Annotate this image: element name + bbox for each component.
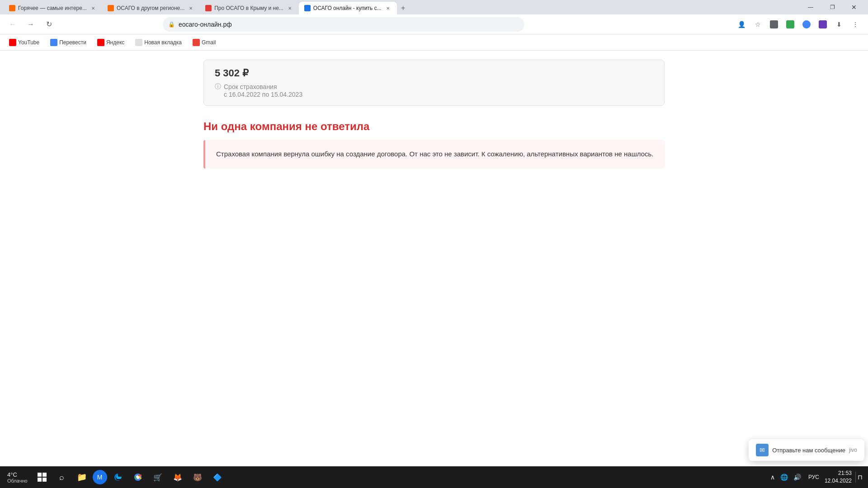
svg-rect-3: [42, 478, 47, 482]
error-box: Страховая компания вернула ошибку на соз…: [203, 140, 665, 169]
forward-button[interactable]: →: [24, 17, 38, 32]
windows-start-button[interactable]: [33, 468, 51, 486]
volume-icon[interactable]: 🔊: [792, 472, 803, 483]
tab-4-favicon: [304, 5, 311, 11]
bookmarks-bar: YouTube Перевести Яндекс Новая вкладка G…: [0, 34, 868, 51]
title-bar: Горячее — самые интере... ✕ ОСАГО в друг…: [0, 0, 868, 14]
bookmark-yandex[interactable]: Яндекс: [94, 37, 128, 48]
taskbar-icon-1[interactable]: 🛒: [149, 468, 167, 486]
tab-3-close[interactable]: ✕: [286, 5, 293, 12]
tab-3[interactable]: Про ОСАГО в Крыму и не... ✕: [200, 2, 299, 14]
no-company-section: Ни одна компания не ответила Страховая к…: [203, 120, 665, 169]
bookmark-star-icon[interactable]: ☆: [750, 17, 765, 32]
extension-icon-2[interactable]: [783, 17, 797, 32]
period-dates: с 16.04.2022 по 15.04.2023: [224, 91, 653, 98]
extension-icon-3[interactable]: [799, 17, 814, 32]
window-controls: — ❐ ✕: [800, 0, 864, 14]
address-text: eocaro-онлайн.рф: [179, 21, 519, 28]
weather-temp: 4°C: [7, 471, 17, 478]
taskbar-icon-3[interactable]: 🐻: [189, 468, 207, 486]
bookmark-youtube-label: YouTube: [18, 39, 39, 46]
tab-3-title: Про ОСАГО в Крыму и не...: [214, 5, 283, 11]
refresh-button[interactable]: ↻: [42, 17, 56, 32]
no-company-title: Ни одна компания не ответила: [203, 120, 665, 133]
language-indicator[interactable]: РУС: [807, 473, 821, 481]
address-bar[interactable]: 🔒 eocaro-онлайн.рф: [163, 17, 524, 32]
bookmark-youtube[interactable]: YouTube: [5, 37, 43, 48]
bookmark-yandex-label: Яндекс: [106, 39, 124, 46]
minimize-button[interactable]: —: [800, 0, 821, 14]
tab-1-favicon: [9, 5, 15, 11]
tab-2-favicon: [108, 5, 114, 11]
taskbar-right: ∧ 🌐 🔊 РУС 21:53 12.04.2022 ⊓: [769, 469, 864, 485]
extension-icon-1[interactable]: [767, 17, 781, 32]
bookmark-newtab[interactable]: Новая вкладка: [132, 37, 185, 48]
taskbar-search-button[interactable]: ⌕: [53, 468, 71, 486]
clock-date: 12.04.2022: [825, 477, 852, 485]
perevod-favicon: [50, 39, 57, 46]
tab-2-title: ОСАГО в другом регионе...: [117, 5, 184, 11]
network-icon[interactable]: 🌐: [778, 472, 790, 483]
taskbar-meet-button[interactable]: M: [93, 470, 107, 484]
system-icons: ∧ 🌐 🔊: [769, 472, 803, 483]
taskbar-icon-4[interactable]: 🔷: [208, 468, 226, 486]
taskbar-explorer-button[interactable]: 📁: [73, 468, 91, 486]
gmail-favicon: [193, 39, 200, 46]
nav-right-icons: 👤 ☆ ⬇ ⋮: [734, 17, 863, 32]
taskbar-icon-2[interactable]: 🦊: [169, 468, 187, 486]
tab-1-title: Горячее — самые интере...: [18, 5, 87, 11]
restore-button[interactable]: ❐: [822, 0, 843, 14]
clock[interactable]: 21:53 12.04.2022: [825, 469, 852, 485]
tab-strip: Горячее — самые интере... ✕ ОСАГО в друг…: [4, 0, 797, 14]
tab-1[interactable]: Горячее — самые интере... ✕: [4, 2, 102, 14]
tab-3-favicon: [205, 5, 212, 11]
svg-rect-0: [38, 473, 42, 477]
newtab-favicon: [135, 39, 142, 46]
navigation-bar: ← → ↻ 🔒 eocaro-онлайн.рф 👤 ☆ ⬇ ⋮: [0, 14, 868, 34]
tab-2-close[interactable]: ✕: [187, 5, 194, 12]
period-label: Срок страхования: [224, 83, 277, 90]
chevron-up-icon[interactable]: ∧: [769, 472, 777, 483]
insurance-period: ⓘ Срок страхования: [215, 83, 653, 91]
error-text: Страховая компания вернула ошибку на соз…: [216, 149, 654, 160]
weather-condition: Облачно: [7, 478, 28, 483]
svg-rect-2: [38, 478, 42, 482]
menu-icon[interactable]: ⋮: [848, 17, 863, 32]
tab-4-title: ОСАГО онлайн - купить с...: [313, 5, 382, 11]
page-content: 5 302 ₽ ⓘ Срок страхования с 16.04.2022 …: [0, 51, 868, 488]
downloads-icon[interactable]: ⬇: [832, 17, 846, 32]
price-card: 5 302 ₽ ⓘ Срок страхования с 16.04.2022 …: [203, 60, 665, 106]
bookmark-perevesti[interactable]: Перевести: [47, 37, 90, 48]
yandex-favicon: [97, 39, 104, 46]
bookmark-gmail[interactable]: Gmail: [189, 37, 219, 48]
new-tab-button[interactable]: +: [397, 2, 410, 14]
chat-icon: ✉: [756, 444, 769, 456]
show-desktop-button[interactable]: ⊓: [855, 472, 864, 483]
info-icon: ⓘ: [215, 83, 221, 91]
back-button[interactable]: ←: [5, 17, 20, 32]
profile-icon[interactable]: 👤: [734, 17, 749, 32]
chat-widget[interactable]: ✉ Отправьте нам сообщение jivo: [749, 439, 864, 461]
tab-1-close[interactable]: ✕: [90, 5, 97, 12]
jivo-label: jivo: [849, 447, 857, 453]
tab-2[interactable]: ОСАГО в другом регионе... ✕: [102, 2, 200, 14]
bookmark-newtab-label: Новая вкладка: [144, 39, 182, 46]
tab-4[interactable]: ОСАГО онлайн - купить с... ✕: [299, 2, 397, 14]
bookmark-perevesti-label: Перевести: [59, 39, 86, 46]
taskbar-left: 4°C Облачно ⌕ 📁 M: [4, 468, 226, 486]
taskbar: 4°C Облачно ⌕ 📁 M: [0, 466, 868, 488]
tab-4-close[interactable]: ✕: [384, 5, 392, 12]
taskbar-chrome-button[interactable]: [129, 468, 147, 486]
weather-widget: 4°C Облачно: [4, 469, 31, 485]
svg-rect-1: [42, 473, 47, 477]
clock-time: 21:53: [825, 469, 852, 477]
extension-icon-4[interactable]: [816, 17, 830, 32]
close-button[interactable]: ✕: [844, 0, 864, 14]
chat-text: Отправьте нам сообщение: [772, 447, 845, 454]
price-value: 5 302 ₽: [215, 67, 653, 79]
youtube-favicon: [9, 39, 16, 46]
bookmark-gmail-label: Gmail: [202, 39, 216, 46]
taskbar-edge-button[interactable]: [109, 468, 127, 486]
lock-icon: 🔒: [168, 21, 175, 28]
